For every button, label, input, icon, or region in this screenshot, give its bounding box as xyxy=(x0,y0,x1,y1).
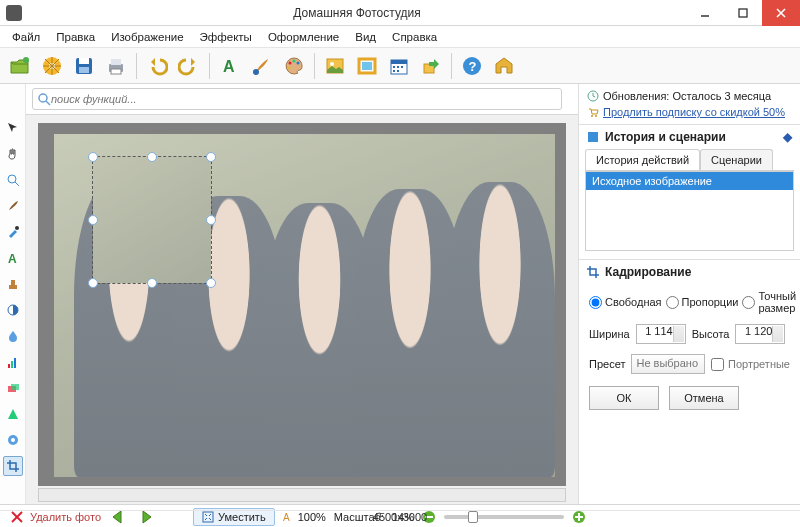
svg-rect-16 xyxy=(111,69,121,74)
crop-icon xyxy=(587,266,599,278)
blur-tool[interactable] xyxy=(3,326,23,346)
ok-button[interactable]: ОК xyxy=(589,386,659,410)
width-input[interactable]: 1 114 xyxy=(636,324,686,344)
cancel-button[interactable]: Отмена xyxy=(669,386,739,410)
save-button[interactable] xyxy=(70,52,98,80)
help-button[interactable]: ? xyxy=(458,52,486,80)
hand-tool[interactable] xyxy=(3,144,23,164)
svg-point-21 xyxy=(297,61,300,64)
crop-handle-br[interactable] xyxy=(206,278,216,288)
svg-rect-45 xyxy=(11,280,15,286)
menu-edit[interactable]: Правка xyxy=(48,29,103,45)
menu-effects[interactable]: Эффекты xyxy=(192,29,260,45)
contrast-tool[interactable] xyxy=(3,300,23,320)
tab-scenarios[interactable]: Сценарии xyxy=(700,149,773,170)
open-button[interactable] xyxy=(6,52,34,80)
catalog-button[interactable] xyxy=(38,52,66,80)
collapse-icon[interactable]: ◆ xyxy=(783,130,792,144)
image-button[interactable] xyxy=(321,52,349,80)
preset-label: Пресет xyxy=(589,358,625,370)
levels-tool[interactable] xyxy=(3,352,23,372)
history-item[interactable]: Исходное изображение xyxy=(586,172,793,190)
crop-handle-tm[interactable] xyxy=(147,152,157,162)
text-tool-button[interactable]: A xyxy=(216,52,244,80)
menu-bar: Файл Правка Изображение Эффекты Оформлен… xyxy=(0,26,800,48)
svg-rect-28 xyxy=(391,60,407,64)
preset-select[interactable]: Не выбрано xyxy=(631,354,705,374)
history-icon xyxy=(587,131,599,143)
radio-exact[interactable]: Точный размер xyxy=(742,290,796,314)
eyedropper-tool[interactable] xyxy=(3,222,23,242)
menu-image[interactable]: Изображение xyxy=(103,29,191,45)
palette-button[interactable] xyxy=(280,52,308,80)
radio-proportions[interactable]: Пропорции xyxy=(666,296,739,309)
cursor-tool[interactable] xyxy=(3,118,23,138)
tab-history[interactable]: История действий xyxy=(585,149,700,170)
svg-rect-30 xyxy=(397,66,399,68)
svg-rect-32 xyxy=(393,70,395,72)
svg-rect-12 xyxy=(79,58,89,64)
crop-selection[interactable] xyxy=(92,156,212,284)
crop-handle-mr[interactable] xyxy=(206,215,216,225)
undo-button[interactable] xyxy=(143,52,171,80)
menu-help[interactable]: Справка xyxy=(384,29,445,45)
menu-design[interactable]: Оформление xyxy=(260,29,347,45)
width-label: Ширина xyxy=(589,328,630,340)
crop-handle-ml[interactable] xyxy=(88,215,98,225)
text-tool[interactable]: A xyxy=(3,248,23,268)
svg-point-57 xyxy=(595,115,597,117)
clone-tool[interactable] xyxy=(3,430,23,450)
layers-tool[interactable] xyxy=(3,378,23,398)
image-dimensions: 4500x3000 xyxy=(0,510,800,527)
svg-text:A: A xyxy=(223,58,235,75)
left-toolbar: A xyxy=(0,84,26,504)
print-button[interactable] xyxy=(102,52,130,80)
svg-rect-48 xyxy=(11,361,13,368)
crop-title: Кадрирование xyxy=(605,265,691,279)
calendar-button[interactable] xyxy=(385,52,413,80)
svg-rect-1 xyxy=(739,9,747,17)
export-button[interactable] xyxy=(417,52,445,80)
svg-rect-33 xyxy=(397,70,399,72)
app-icon xyxy=(6,5,22,21)
portrait-checkbox[interactable]: Портретные xyxy=(711,358,790,371)
search-input[interactable] xyxy=(51,93,557,105)
svg-point-18 xyxy=(253,69,259,75)
svg-point-54 xyxy=(11,438,15,442)
maximize-button[interactable] xyxy=(724,0,762,26)
canvas-area[interactable] xyxy=(26,114,578,504)
renew-link[interactable]: Продлить подписку со скидкой 50% xyxy=(603,104,785,120)
radio-free[interactable]: Свободная xyxy=(589,296,662,309)
svg-rect-35 xyxy=(429,62,435,66)
shapes-tool[interactable] xyxy=(3,404,23,424)
svg-rect-29 xyxy=(393,66,395,68)
menu-file[interactable]: Файл xyxy=(4,29,48,45)
photo-image[interactable] xyxy=(54,134,555,477)
height-input[interactable]: 1 120 xyxy=(735,324,785,344)
crop-handle-tl[interactable] xyxy=(88,152,98,162)
history-list[interactable]: Исходное изображение xyxy=(585,171,794,251)
svg-point-40 xyxy=(8,175,16,183)
close-button[interactable] xyxy=(762,0,800,26)
brush-tool[interactable] xyxy=(3,196,23,216)
home-button[interactable] xyxy=(490,52,518,80)
svg-rect-58 xyxy=(588,132,598,142)
menu-view[interactable]: Вид xyxy=(347,29,384,45)
brush-button[interactable] xyxy=(248,52,276,80)
zoom-tool[interactable] xyxy=(3,170,23,190)
crop-handle-tr[interactable] xyxy=(206,152,216,162)
crop-handle-bm[interactable] xyxy=(147,278,157,288)
crop-handle-bl[interactable] xyxy=(88,278,98,288)
svg-point-20 xyxy=(293,59,296,62)
horizontal-scrollbar[interactable] xyxy=(38,488,566,502)
svg-line-41 xyxy=(15,182,19,186)
stamp-tool[interactable] xyxy=(3,274,23,294)
frame-button[interactable] xyxy=(353,52,381,80)
crop-tool[interactable] xyxy=(3,456,23,476)
height-label: Высота xyxy=(692,328,730,340)
svg-rect-51 xyxy=(11,384,19,390)
svg-line-39 xyxy=(46,101,50,105)
svg-point-22 xyxy=(288,66,291,69)
redo-button[interactable] xyxy=(175,52,203,80)
minimize-button[interactable] xyxy=(686,0,724,26)
